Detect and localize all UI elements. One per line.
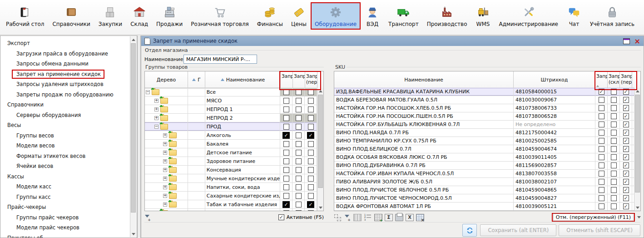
toolbar-item-purchases[interactable]: Закупки <box>94 2 126 30</box>
column-header-ban2[interactable]: Запр <box>293 71 305 88</box>
ban-checkbox-1[interactable] <box>595 186 608 194</box>
column-header-barcode[interactable]: Штрихкод <box>514 71 595 88</box>
ban-checkbox-2[interactable] <box>292 183 305 191</box>
ban-checkbox-1[interactable] <box>595 137 608 145</box>
toolbar-item-account[interactable]: Учётная запись <box>586 2 639 30</box>
ban-checkbox-2[interactable] <box>292 200 305 208</box>
toolbar-item-desktop[interactable]: Рабочий стол <box>2 2 48 30</box>
ban-checkbox-2[interactable] <box>608 153 620 161</box>
product-group-row[interactable]: Алкоголь <box>145 131 317 140</box>
scroll-up-icon[interactable] <box>317 88 323 94</box>
store-name-input[interactable] <box>183 55 257 64</box>
ban-checkbox-1[interactable] <box>595 96 608 104</box>
ban-checkbox-3[interactable] <box>305 157 317 165</box>
ban-checkbox-1[interactable] <box>595 88 608 96</box>
ban-checkbox-3[interactable] <box>620 170 632 177</box>
ban-checkbox-1[interactable] <box>280 131 292 139</box>
column-header-ban1[interactable]: Запр <box>595 71 608 88</box>
ban-checkbox-1[interactable] <box>595 153 608 161</box>
toolbar-item-production[interactable]: Производство <box>423 2 471 30</box>
ban-checkbox-3[interactable] <box>620 96 632 104</box>
sku-row[interactable]: ВОДКА ОСОБАЯ ВЯСКОВАЯ ЛЮКС О.7Л РБ 48100… <box>334 153 634 162</box>
ban-checkbox-2[interactable] <box>292 96 305 105</box>
ban-checkbox-3[interactable] <box>620 145 632 153</box>
ban-checkbox-1[interactable] <box>280 122 292 131</box>
ban-checkbox-1[interactable] <box>280 148 292 157</box>
refresh-button[interactable] <box>462 224 477 237</box>
ban-checkbox-1[interactable] <box>595 121 608 128</box>
maximize-icon[interactable] <box>623 38 630 44</box>
sku-row[interactable]: ИЗД.ВАФЕЛЬНЫЕ КРАСАВИЦА КАТАРИНА КЛУБНИК… <box>334 88 634 96</box>
column-header-ban3[interactable]: Запр(пер <box>305 71 317 88</box>
ban-checkbox-3[interactable] <box>620 121 632 128</box>
toolbar-item-equipment[interactable]: Оборудование <box>311 2 361 30</box>
product-group-row[interactable]: Здоровое питание <box>145 157 317 166</box>
ban-checkbox-2[interactable] <box>292 157 305 165</box>
ban-checkbox-2[interactable] <box>608 162 620 169</box>
ban-checkbox-1[interactable] <box>280 105 292 113</box>
expander-icon[interactable] <box>163 185 167 189</box>
numbered-list-icon[interactable] <box>364 214 372 221</box>
ban-checkbox-1[interactable] <box>280 183 292 191</box>
sidebar-item[interactable]: Запреты продаж по оборудованию <box>1 90 129 100</box>
columns-icon[interactable] <box>353 214 362 221</box>
product-group-row[interactable]: МЯСО <box>145 96 317 105</box>
sku-row[interactable]: НАСТОЙКА ГОР.ИВАН КУПАЛА ЧЕРНОСЛ.0.5Л 48… <box>334 170 634 178</box>
ban-checkbox-2[interactable] <box>292 148 305 157</box>
ban-checkbox-3[interactable] <box>305 122 317 131</box>
ban-checkbox-2[interactable] <box>292 209 305 211</box>
column-header-ban2[interactable]: Запр(скл <box>608 71 620 88</box>
ban-checkbox-3[interactable] <box>620 178 632 186</box>
ban-checkbox-1[interactable] <box>595 203 608 210</box>
product-group-row[interactable]: Бакалея <box>145 140 317 148</box>
product-group-row[interactable]: СКОРОПОРТ <box>145 209 317 211</box>
ban-checkbox-1[interactable] <box>280 209 292 211</box>
scroll-down-icon[interactable] <box>317 204 323 211</box>
toolbar-item-sales[interactable]: Продажи <box>152 2 187 30</box>
ban-checkbox-2[interactable] <box>608 203 620 210</box>
ban-checkbox-3[interactable] <box>305 174 317 182</box>
scroll-up-icon[interactable] <box>130 36 136 43</box>
ban-checkbox-2[interactable] <box>292 174 305 182</box>
column-header-ban3[interactable]: Запр(пер <box>620 71 632 88</box>
sidebar-item[interactable]: Загрузки прайса в оборудование <box>1 49 129 59</box>
product-group-row[interactable]: Напитки, соки, вода <box>145 183 317 192</box>
ban-checkbox-1[interactable] <box>280 88 292 96</box>
close-icon[interactable]: × <box>634 38 640 44</box>
sidebar-item[interactable]: Модели касс <box>1 182 129 192</box>
select-cells-icon[interactable] <box>334 214 342 221</box>
ban-checkbox-3[interactable] <box>305 166 317 174</box>
sidebar-item[interactable]: Модели весов <box>1 141 129 151</box>
mode-dropdown[interactable]: Отм. (перегруженный) (F11) <box>552 213 641 222</box>
ban-checkbox-2[interactable] <box>292 192 305 200</box>
toolbar-item-directories[interactable]: Справочники <box>48 2 94 30</box>
ban-checkbox-2[interactable] <box>608 178 620 186</box>
sku-row[interactable]: ВИНО ПЛОД.БЕЛИЦКОЕ 0.7Л 4810459004674 <box>334 145 634 153</box>
sku-row[interactable]: НАСТОЙКА ГОР.НА ПОСОШОК.ПШЕН.0.5Л РБ 481… <box>334 112 634 121</box>
ban-checkbox-1[interactable] <box>280 140 292 148</box>
expander-icon[interactable] <box>163 133 167 137</box>
panel-splitter[interactable] <box>137 35 141 238</box>
product-group-row[interactable]: Консервация <box>145 166 317 174</box>
ban-checkbox-3[interactable] <box>305 148 317 157</box>
ban-checkbox-3[interactable] <box>620 104 632 112</box>
ban-checkbox-2[interactable] <box>608 194 620 202</box>
column-header-name[interactable]: Наименование <box>205 71 281 88</box>
sidebar-item[interactable]: Запросы обмена данными <box>1 59 129 69</box>
toolbar-item-ved[interactable]: ВЭД <box>361 2 384 30</box>
expander-icon[interactable] <box>163 151 167 155</box>
ban-checkbox-1[interactable] <box>280 114 292 122</box>
product-group-row[interactable]: Мучные кондитерские издел... <box>145 174 317 183</box>
sidebar-item[interactable]: Кассы <box>1 172 129 182</box>
scroll-down-icon[interactable] <box>130 231 136 237</box>
ban-checkbox-3[interactable] <box>305 131 317 139</box>
expander-icon[interactable] <box>163 177 167 181</box>
sku-row[interactable]: НАСТОЙКА ГОР.НА ПОСОШОК.ХЛЕБ.0.5Л РБ 481… <box>334 104 634 112</box>
ban-checkbox-2[interactable] <box>608 96 620 104</box>
ban-checkbox-3[interactable] <box>305 105 317 113</box>
ban-checkbox-1[interactable] <box>595 112 608 120</box>
ban-checkbox-2[interactable] <box>608 137 620 145</box>
sidebar-item[interactable]: Запросы удаления штрихкодов <box>1 79 129 90</box>
ban-checkbox-2[interactable] <box>608 104 620 112</box>
sidebar-item[interactable]: Ячейки весов <box>1 161 129 172</box>
